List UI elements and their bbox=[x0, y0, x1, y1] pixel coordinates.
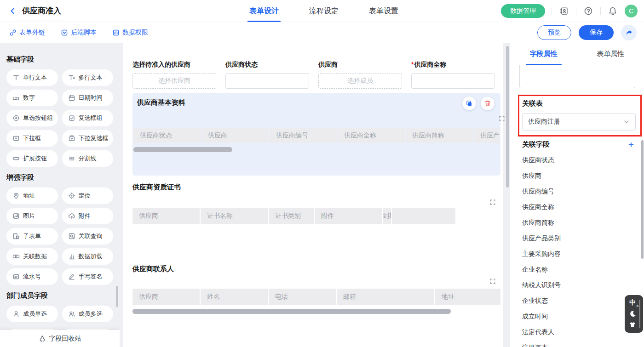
field-type-button[interactable]: 关联数据 bbox=[6, 248, 58, 265]
related-field-item[interactable]: 法定代表人 bbox=[522, 324, 638, 340]
field-type-label: 地址 bbox=[23, 192, 35, 200]
related-field-item[interactable]: 注册资本 bbox=[522, 340, 638, 347]
subtable-panel-supplier-basic[interactable]: 供应商基本资料 供应商状态供应商供应商编号供应商全称供应商简称供应产品类别 bbox=[132, 93, 500, 176]
related-fields-header: 关联字段 + bbox=[522, 140, 634, 149]
canvas-vertical-scrollbar[interactable] bbox=[506, 46, 509, 188]
related-field-item[interactable]: 供应产品类别 bbox=[522, 231, 638, 246]
field-type-button[interactable]: 图片 bbox=[6, 208, 58, 224]
field-type-button[interactable]: 附件 bbox=[62, 208, 114, 224]
field-type-button[interactable]: 地址 bbox=[6, 188, 58, 204]
field-type-button[interactable]: 扩展按钮 bbox=[6, 150, 58, 167]
link-icon bbox=[9, 29, 17, 36]
member-picker-input[interactable]: 选择成员 bbox=[318, 73, 402, 89]
field-type-button[interactable]: 数据加载 bbox=[62, 248, 114, 265]
help-icon[interactable] bbox=[583, 6, 594, 17]
back-button[interactable] bbox=[6, 5, 19, 17]
field-type-button[interactable]: 成员单选 bbox=[6, 306, 58, 322]
toolbar-link[interactable]: 后端脚本 bbox=[61, 28, 97, 37]
field-type-button[interactable]: 流水号 bbox=[6, 268, 58, 285]
tab-flow-setting[interactable]: 流程设定 bbox=[308, 0, 339, 22]
dark-mode-moon-icon[interactable] bbox=[629, 310, 637, 318]
form-title-editable[interactable]: 供应商准入 bbox=[22, 6, 61, 16]
panel-title: 供应商资质证书 bbox=[132, 183, 181, 191]
canvas-field-select-supplier[interactable]: 选择待准入的供应商 选择供应商 bbox=[132, 61, 216, 89]
column-header: 供应商简称 bbox=[406, 128, 473, 143]
share-button[interactable] bbox=[621, 25, 637, 40]
field-type-button[interactable]: 子表单 bbox=[6, 228, 58, 245]
canvas-field-supplier-status[interactable]: 供应商状态 bbox=[225, 61, 309, 89]
field-type-button[interactable]: 关联查询 bbox=[62, 228, 114, 245]
checkbox-group-icon bbox=[68, 114, 75, 122]
field-type-button[interactable]: 123 数字 bbox=[6, 90, 58, 106]
delete-button[interactable] bbox=[481, 97, 494, 110]
supplier-fullname-input[interactable] bbox=[411, 73, 495, 89]
related-field-item[interactable]: 纳税人识别号 bbox=[522, 278, 638, 293]
supplier-picker-input[interactable]: 选择供应商 bbox=[132, 73, 216, 89]
preview-button[interactable]: 预览 bbox=[537, 25, 571, 40]
subtable-panel-supplier-certificates[interactable]: 供应商资质证书 bbox=[132, 183, 181, 192]
field-type-button[interactable]: 单行文本 bbox=[6, 69, 58, 86]
sidebar-scrollbar[interactable] bbox=[116, 286, 118, 307]
data-manage-button[interactable]: 数据管理 bbox=[501, 4, 545, 18]
bell-icon[interactable] bbox=[607, 6, 618, 17]
tab-form-properties[interactable]: 表单属性 bbox=[577, 43, 644, 65]
column-header: 电话 bbox=[269, 289, 336, 305]
required-mark: * bbox=[411, 61, 414, 68]
related-field-item[interactable]: 供应商 bbox=[522, 168, 638, 184]
tab-field-properties[interactable]: 字段属性 bbox=[510, 43, 577, 65]
supplier-status-input[interactable] bbox=[225, 73, 309, 89]
related-field-item[interactable]: 供应商全称 bbox=[522, 199, 638, 215]
back-icon bbox=[9, 7, 17, 15]
expand-icon[interactable] bbox=[489, 199, 496, 205]
tab-form-setting[interactable]: 表单设置 bbox=[368, 0, 399, 22]
image-icon bbox=[12, 212, 20, 220]
contact-book-icon[interactable] bbox=[558, 6, 569, 17]
column-header: 供应商 bbox=[132, 208, 200, 224]
translate-icon[interactable]: 中a bbox=[629, 299, 636, 306]
subtable-horizontal-scrollbar[interactable] bbox=[132, 309, 451, 314]
field-recycle-bin[interactable]: 字段回收站 bbox=[0, 330, 120, 347]
radio-group-icon bbox=[12, 114, 20, 122]
field-type-label: 复选框组 bbox=[79, 114, 103, 122]
canvas-field-supplier[interactable]: 供应商 选择成员 bbox=[318, 61, 402, 89]
tab-form-design[interactable]: 表单设计 bbox=[248, 0, 280, 22]
add-field-button[interactable]: + bbox=[628, 140, 634, 149]
expand-icon[interactable] bbox=[489, 278, 496, 284]
subtable-horizontal-scrollbar[interactable] bbox=[133, 147, 232, 152]
field-type-button[interactable]: 手写签名 bbox=[62, 268, 114, 285]
save-button[interactable]: 保存 bbox=[579, 25, 614, 40]
properties-scrollbar[interactable] bbox=[641, 140, 644, 259]
avatar[interactable]: C bbox=[625, 5, 638, 17]
canvas-field-supplier-fullname[interactable]: *供应商全称 bbox=[411, 61, 495, 89]
toolbar-link[interactable]: 表单外链 bbox=[9, 28, 45, 37]
expand-icon[interactable] bbox=[499, 115, 505, 122]
toolbar-actions: 预览 保存 bbox=[537, 25, 637, 40]
related-field-item[interactable]: 主要采购内容 bbox=[522, 246, 638, 262]
related-field-item[interactable]: 供应商状态 bbox=[522, 153, 638, 168]
field-type-button[interactable]: 成员多选 bbox=[62, 306, 114, 322]
property-input-partial[interactable] bbox=[519, 65, 635, 88]
related-field-item[interactable]: 成立时间 bbox=[522, 309, 638, 324]
copy-button[interactable] bbox=[462, 97, 476, 110]
field-type-button[interactable]: 日期时间 bbox=[62, 90, 114, 106]
related-field-item[interactable]: 企业状态 bbox=[522, 293, 638, 309]
column-header: 邮箱 bbox=[337, 289, 434, 305]
related-table-select[interactable]: 供应商注册 bbox=[522, 113, 636, 131]
subtable-panel-supplier-contacts[interactable]: 供应商联系人 bbox=[132, 265, 174, 273]
field-type-button[interactable]: 单选按钮组 bbox=[6, 110, 58, 126]
related-fields-list: 供应商状态供应商供应商编号供应商全称供应商简称供应产品类别主要采购内容企业名称纳… bbox=[522, 153, 638, 347]
related-field-item[interactable]: 供应商编号 bbox=[522, 184, 638, 199]
field-type-button[interactable]: 复选框组 bbox=[62, 110, 114, 126]
datetime-icon bbox=[68, 94, 75, 102]
field-type-button[interactable]: 下拉框 bbox=[6, 130, 58, 147]
theme-shirt-icon[interactable] bbox=[629, 321, 636, 329]
field-type-button[interactable]: 多行文本 bbox=[62, 69, 114, 86]
toolbar-link[interactable]: 数据权限 bbox=[112, 28, 148, 37]
related-field-item[interactable]: 企业名称 bbox=[522, 262, 638, 278]
field-type-button[interactable]: 分割线 bbox=[62, 150, 114, 167]
app-header: 供应商准入 表单设计 流程设定 表单设置 数据管理 C bbox=[0, 0, 644, 22]
related-field-item[interactable]: 供应商简称 bbox=[522, 215, 638, 231]
form-canvas: 选择待准入的供应商 选择供应商 供应商状态 供应商 选择成员 *供应商全称 供应… bbox=[120, 43, 510, 347]
field-type-button[interactable]: 下拉复选框 bbox=[62, 130, 114, 147]
field-type-button[interactable]: 定位 bbox=[62, 188, 114, 204]
